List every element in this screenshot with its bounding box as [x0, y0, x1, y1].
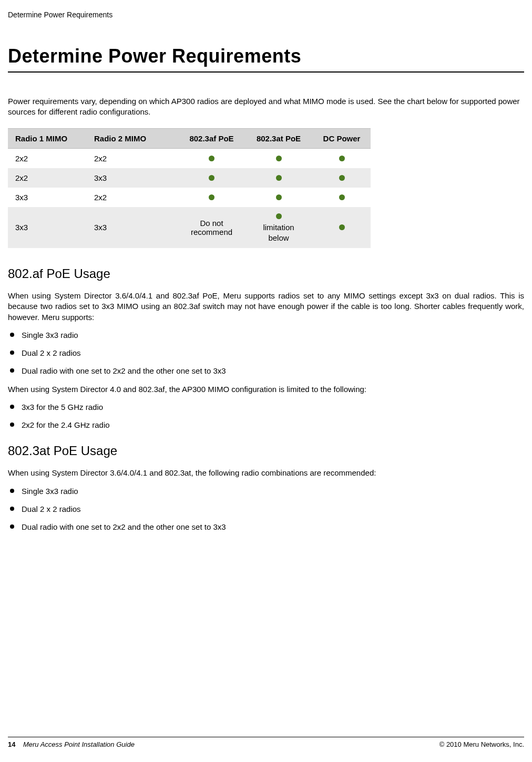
cell-at [244, 168, 313, 188]
supported-dot-icon [339, 194, 345, 200]
footer-doc-title: Meru Access Point Installation Guide [23, 740, 135, 748]
cell-af [179, 148, 244, 168]
power-requirements-table: Radio 1 MIMO Radio 2 MIMO 802.3af PoE 80… [8, 128, 371, 249]
table-row: 3x3 3x3 Do not recommend limitation belo… [8, 207, 371, 249]
cell-r2: 3x3 [87, 168, 179, 188]
cell-r2: 2x2 [87, 148, 179, 168]
th-dc: DC Power [313, 128, 371, 148]
cell-at: limitation below [244, 207, 313, 249]
cell-r1: 2x2 [8, 148, 87, 168]
supported-dot-icon [276, 194, 282, 200]
cell-dc [313, 148, 371, 168]
af-list-1: Single 3x3 radio Dual 2 x 2 radios Dual … [8, 330, 524, 377]
supported-dot-icon [209, 175, 214, 181]
page-title: Determine Power Requirements [8, 45, 524, 67]
af-list-2: 3x3 for the 5 GHz radio 2x2 for the 2.4 … [8, 402, 524, 431]
cell-dc [313, 188, 371, 207]
list-item: 3x3 for the 5 GHz radio [8, 402, 524, 413]
supported-dot-icon [276, 156, 282, 161]
at-list-1: Single 3x3 radio Dual 2 x 2 radios Dual … [8, 486, 524, 533]
list-item: Dual 2 x 2 radios [8, 504, 524, 514]
list-item: Dual radio with one set to 2x2 and the o… [8, 366, 524, 376]
at-paragraph-1: When using System Director 3.6/4.0/4.1 a… [8, 468, 524, 478]
intro-paragraph: Power requirements vary, depending on wh… [8, 96, 524, 118]
supported-dot-icon [209, 156, 214, 161]
cell-at-note: limitation below [263, 223, 294, 242]
cell-af [179, 188, 244, 207]
cell-at [244, 188, 313, 207]
th-at: 802.3at PoE [244, 128, 313, 148]
cell-r2: 3x3 [87, 207, 179, 249]
cell-r1: 3x3 [8, 207, 87, 249]
page-footer: 14 Meru Access Point Installation Guide … [8, 737, 524, 748]
list-item: Dual 2 x 2 radios [8, 348, 524, 358]
th-radio2: Radio 2 MIMO [87, 128, 179, 148]
th-af: 802.3af PoE [179, 128, 244, 148]
section-heading-af: 802.af PoE Usage [8, 266, 524, 281]
table-row: 2x2 3x3 [8, 168, 371, 188]
table-row: 2x2 2x2 [8, 148, 371, 168]
footer-left: 14 Meru Access Point Installation Guide [8, 740, 135, 748]
supported-dot-icon [339, 224, 345, 230]
supported-dot-icon [339, 175, 345, 181]
running-header: Determine Power Requirements [8, 11, 524, 19]
title-rule [8, 71, 524, 73]
cell-dc [313, 207, 371, 249]
list-item: Dual radio with one set to 2x2 and the o… [8, 522, 524, 532]
th-radio1: Radio 1 MIMO [8, 128, 87, 148]
section-heading-at: 802.3at PoE Usage [8, 444, 524, 458]
table-row: 3x3 2x2 [8, 188, 371, 207]
cell-af: Do not recommend [179, 207, 244, 249]
cell-af [179, 168, 244, 188]
list-item: 2x2 for the 2.4 GHz radio [8, 420, 524, 430]
list-item: Single 3x3 radio [8, 330, 524, 341]
cell-dc [313, 168, 371, 188]
page-number: 14 [8, 740, 15, 748]
cell-r1: 2x2 [8, 168, 87, 188]
cell-at [244, 148, 313, 168]
af-paragraph-2: When using System Director 4.0 and 802.3… [8, 384, 524, 395]
supported-dot-icon [276, 213, 282, 219]
supported-dot-icon [209, 194, 214, 200]
cell-r2: 2x2 [87, 188, 179, 207]
supported-dot-icon [339, 156, 345, 161]
cell-r1: 3x3 [8, 188, 87, 207]
table-header-row: Radio 1 MIMO Radio 2 MIMO 802.3af PoE 80… [8, 128, 371, 148]
footer-copyright: © 2010 Meru Networks, Inc. [439, 740, 524, 748]
af-paragraph-1: When using System Director 3.6/4.0/4.1 a… [8, 291, 524, 323]
supported-dot-icon [276, 175, 282, 181]
list-item: Single 3x3 radio [8, 486, 524, 497]
